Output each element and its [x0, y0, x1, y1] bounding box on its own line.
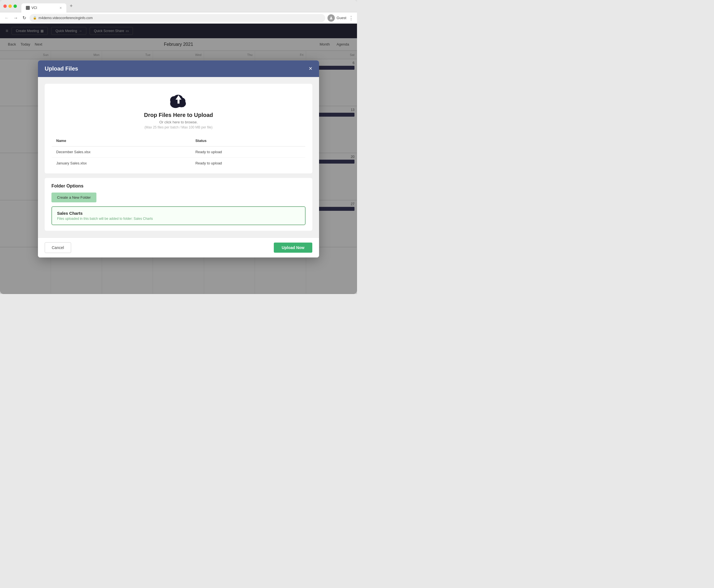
folder-options-section: Folder Options Create a New Folder Sales…: [45, 178, 312, 231]
browser-titlebar: VCI × +: [0, 0, 357, 13]
tab-favicon: [26, 6, 30, 10]
forward-button[interactable]: →: [13, 14, 19, 22]
minimize-traffic-light[interactable]: [8, 4, 12, 8]
file-name-cell-1: December Sales.xlsx: [52, 146, 191, 158]
tab-close-button[interactable]: ×: [60, 6, 62, 10]
folder-options-title: Folder Options: [51, 184, 306, 189]
folder-selected-desc: Files uploaded in this batch will be add…: [57, 217, 300, 220]
folder-selected-box: Sales Charts Files uploaded in this batc…: [51, 206, 306, 225]
table-row: January Sales.xlsx Ready to upload: [52, 158, 306, 169]
browser-window: VCI × + ← → ↻ 🔒 m4demo.videoconferencing…: [0, 0, 357, 294]
lock-icon: 🔒: [33, 16, 37, 20]
close-traffic-light[interactable]: [3, 4, 7, 8]
profile-label: Guest: [336, 16, 346, 20]
upload-files-modal: Upload Files ×: [38, 60, 319, 257]
browser-tab[interactable]: VCI ×: [21, 3, 66, 13]
create-new-folder-button[interactable]: Create a New Folder: [51, 192, 97, 202]
modal-header: Upload Files ×: [38, 60, 319, 77]
folder-selected-name: Sales Charts: [57, 211, 300, 215]
modal-close-button[interactable]: ×: [309, 65, 312, 72]
cancel-button[interactable]: Cancel: [45, 242, 71, 253]
file-drop-zone[interactable]: Drop Files Here to Upload Or click here …: [45, 84, 312, 173]
modal-overlay: Upload Files ×: [0, 24, 357, 294]
upload-now-button[interactable]: Upload Now: [274, 243, 312, 253]
file-status-cell-1: Ready to upload: [191, 146, 306, 158]
drop-subtitle: Or click here to browse.: [160, 120, 198, 124]
svg-point-0: [331, 17, 332, 18]
address-text: m4demo.videoconferencinginfo.com: [39, 16, 93, 20]
more-options-button[interactable]: ⋮: [349, 15, 354, 21]
drop-limit: (Max 25 files per batch / Max 100 MB per…: [145, 125, 212, 129]
drop-title: Drop Files Here to Upload: [144, 112, 213, 118]
modal-title: Upload Files: [45, 65, 78, 72]
back-button[interactable]: ←: [3, 14, 10, 22]
profile-icon[interactable]: [328, 14, 335, 22]
modal-footer: Cancel Upload Now: [38, 237, 319, 257]
profile-area: Guest: [328, 14, 346, 22]
file-table-name-header: Name: [52, 135, 191, 146]
modal-body: Drop Files Here to Upload Or click here …: [38, 77, 319, 237]
app-content: ≡ Create Meeting ▦ Quick Meeting → Quick…: [0, 24, 357, 294]
file-table: Name Status December Sales.xlsx Ready to…: [51, 135, 306, 169]
file-name-cell-2: January Sales.xlsx: [52, 158, 191, 169]
browser-toolbar: ← → ↻ 🔒 m4demo.videoconferencinginfo.com…: [0, 13, 357, 24]
table-row: December Sales.xlsx Ready to upload: [52, 146, 306, 158]
traffic-lights: [3, 4, 17, 8]
refresh-button[interactable]: ↻: [21, 14, 27, 22]
file-table-status-header: Status: [191, 135, 306, 146]
address-bar[interactable]: 🔒 m4demo.videoconferencinginfo.com: [29, 14, 325, 22]
file-status-cell-2: Ready to upload: [191, 158, 306, 169]
new-tab-button[interactable]: +: [70, 3, 73, 9]
cloud-upload-icon: [169, 93, 188, 108]
tab-label: VCI: [31, 6, 37, 10]
maximize-traffic-light[interactable]: [14, 4, 17, 8]
